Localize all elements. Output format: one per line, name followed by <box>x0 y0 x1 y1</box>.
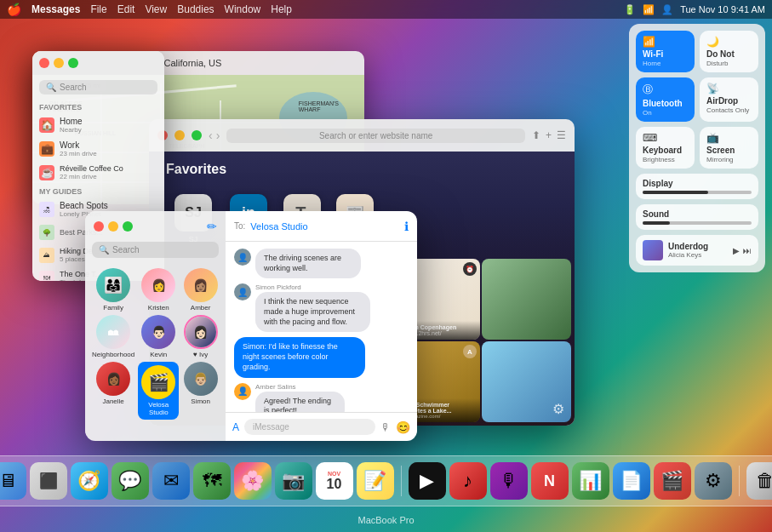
dock-news[interactable]: N <box>531 462 569 500</box>
cc-now-playing: Underdog Alicia Keys ▶ ⏭ <box>636 235 758 266</box>
message-input[interactable]: iMessage <box>244 419 375 435</box>
dock-facetime[interactable]: 📷 <box>275 462 312 500</box>
message-bubble: The driving scenes are working well. <box>255 249 361 278</box>
dock-launchpad[interactable]: ⬛ <box>30 462 67 500</box>
safari-actions: ⬆ + ☰ <box>532 129 566 141</box>
close-button[interactable] <box>39 58 49 68</box>
news-icon: N <box>544 472 555 490</box>
contact-velosa-studio[interactable]: 🎬 Velosa Studio <box>138 362 179 420</box>
message-bubble: Agreed! The ending is perfect! <box>255 392 345 413</box>
minimize-button[interactable] <box>174 130 185 140</box>
share-icon[interactable]: ⬆ <box>532 129 540 141</box>
dock-mail[interactable]: ✉ <box>152 462 190 500</box>
cc-screen-mirror[interactable]: 📺 Screen Mirroring <box>700 127 758 169</box>
cc-display[interactable]: Display <box>636 174 758 199</box>
dock-system-prefs[interactable]: ⚙ <box>695 462 732 500</box>
contact-ivy[interactable]: 👩🏻 ♥ Ivy <box>182 315 219 358</box>
control-center[interactable]: 📶 Wi-Fi Home 🌙 Do Not Disturb Ⓑ Bluetoot… <box>629 24 765 272</box>
compose-icon[interactable]: ✏ <box>207 220 217 233</box>
maximize-button[interactable] <box>68 58 78 68</box>
dock-maps[interactable]: 🗺 <box>193 462 231 500</box>
forward-icon[interactable]: › <box>216 129 220 142</box>
dock-calendar[interactable]: NOV 10 <box>316 462 353 500</box>
cc-keyboard[interactable]: ⌨ Keyboard Brightness <box>636 127 695 169</box>
cc-sound[interactable]: Sound <box>636 204 758 230</box>
display-slider[interactable] <box>643 191 752 194</box>
mirror-icon: 📺 <box>706 132 752 144</box>
message-row-1: 👤 The driving scenes are working well. <box>234 249 409 278</box>
sender-name: Amber Salins <box>255 383 375 391</box>
next-icon[interactable]: ⏭ <box>743 246 752 255</box>
contact-janelle[interactable]: 👩🏾 Janelle <box>92 362 134 420</box>
messages-search[interactable]: 🔍 Search <box>92 242 219 258</box>
safari-titlebar: ‹ › Search or enter website name ⬆ + ☰ <box>149 119 575 152</box>
sidebar-icon[interactable]: ☰ <box>557 129 566 141</box>
maps-icon: 🗺 <box>203 470 221 492</box>
safari-urlbar[interactable]: Search or enter website name <box>226 129 525 143</box>
filter-icon[interactable]: ⚙ <box>552 401 564 417</box>
desktop: 🍎 Messages File Edit View Buddies Window… <box>0 0 772 532</box>
apple-menu[interactable]: 🍎 <box>7 3 21 16</box>
dock-trash[interactable]: 🗑 <box>746 462 773 500</box>
play-icon[interactable]: ▶ <box>733 246 740 255</box>
dock-safari[interactable]: 🧭 <box>71 462 108 500</box>
cc-dnd[interactable]: 🌙 Do Not Disturb <box>700 31 758 72</box>
dock-keynote[interactable]: 🎬 <box>654 462 691 500</box>
app-name[interactable]: Messages <box>31 3 80 15</box>
safari-nav: ‹ › <box>209 129 220 142</box>
contact-amber[interactable]: 👩🏽 Amber <box>182 268 219 312</box>
add-tab-icon[interactable]: + <box>546 129 552 141</box>
cc-row-2: Ⓑ Bluetooth On 📡 AirDrop Contacts Only <box>636 77 758 122</box>
minimize-button[interactable] <box>54 58 64 68</box>
dock-separator <box>401 466 402 496</box>
mic-icon[interactable]: 🎙 <box>380 421 391 433</box>
finder-item-coffee[interactable]: ☕ Réveille Coffee Co 22 min drive <box>32 161 164 184</box>
dock-appletv[interactable]: ▶ <box>409 462 446 500</box>
messages-window[interactable]: ✏ 🔍 Search 👨‍👩‍👧 Family 👩 <box>85 211 417 441</box>
dock-notes[interactable]: 📝 <box>357 462 394 500</box>
finder-search[interactable]: 🔍 Search <box>39 80 157 94</box>
menu-file[interactable]: File <box>90 3 106 15</box>
dock-pages[interactable]: 📄 <box>613 462 650 500</box>
dock-music[interactable]: ♪ <box>449 462 487 500</box>
cc-wifi[interactable]: 📶 Wi-Fi Home <box>636 31 695 72</box>
apps-icon[interactable]: A <box>232 421 239 433</box>
menu-window[interactable]: Window <box>225 3 261 15</box>
finder-icon: 🖥 <box>0 470 17 492</box>
contact-grid: 👨‍👩‍👧 Family 👩 Kristen 👩🏽 Amber <box>85 263 226 425</box>
minimize-button[interactable] <box>108 221 118 232</box>
contact-simon[interactable]: 👨🏼 Simon <box>182 362 219 420</box>
finder-item-home[interactable]: 🏠 Home Nearby <box>32 113 164 137</box>
wifi-icon: 📶 <box>643 36 688 48</box>
facetime-icon: 📷 <box>282 470 305 492</box>
dock-podcasts[interactable]: 🎙 <box>490 462 528 500</box>
menu-view[interactable]: View <box>145 3 167 15</box>
contact-neighborhood[interactable]: 🏘 Neighborhood <box>92 315 134 358</box>
menu-help[interactable]: Help <box>271 3 292 15</box>
tile-img1[interactable] <box>482 259 571 340</box>
contact-kevin[interactable]: 👨🏻 Kevin <box>138 315 179 358</box>
dock-numbers[interactable]: 📊 <box>572 462 609 500</box>
tv-icon: ▶ <box>420 470 434 492</box>
cc-airdrop[interactable]: 📡 AirDrop Contacts Only <box>700 77 758 122</box>
contact-kristen[interactable]: 👩 Kristen <box>138 268 179 312</box>
sound-slider[interactable] <box>643 221 752 225</box>
dock-finder[interactable]: 🖥 <box>0 462 26 500</box>
info-icon[interactable]: ℹ <box>404 220 409 233</box>
menu-edit[interactable]: Edit <box>117 3 135 15</box>
maximize-button[interactable] <box>192 130 202 140</box>
dock-messages[interactable]: 💬 <box>112 462 149 500</box>
contact-family[interactable]: 👨‍👩‍👧 Family <box>92 268 134 312</box>
user-icon: 👤 <box>661 4 673 15</box>
back-icon[interactable]: ‹ <box>209 129 213 142</box>
dock-photos[interactable]: 🌸 <box>234 462 272 500</box>
emoji-icon[interactable]: 😊 <box>396 420 410 434</box>
avatar: 👤 <box>234 283 251 300</box>
avatar: 👤 <box>234 383 251 400</box>
cc-bluetooth[interactable]: Ⓑ Bluetooth On <box>636 77 695 122</box>
finder-item-work[interactable]: 💼 Work 23 min drive <box>32 137 164 161</box>
maximize-button[interactable] <box>123 221 133 232</box>
menu-buddies[interactable]: Buddies <box>177 3 214 15</box>
close-button[interactable] <box>94 221 104 232</box>
messages-sidebar: ✏ 🔍 Search 👨‍👩‍👧 Family 👩 <box>85 211 226 441</box>
